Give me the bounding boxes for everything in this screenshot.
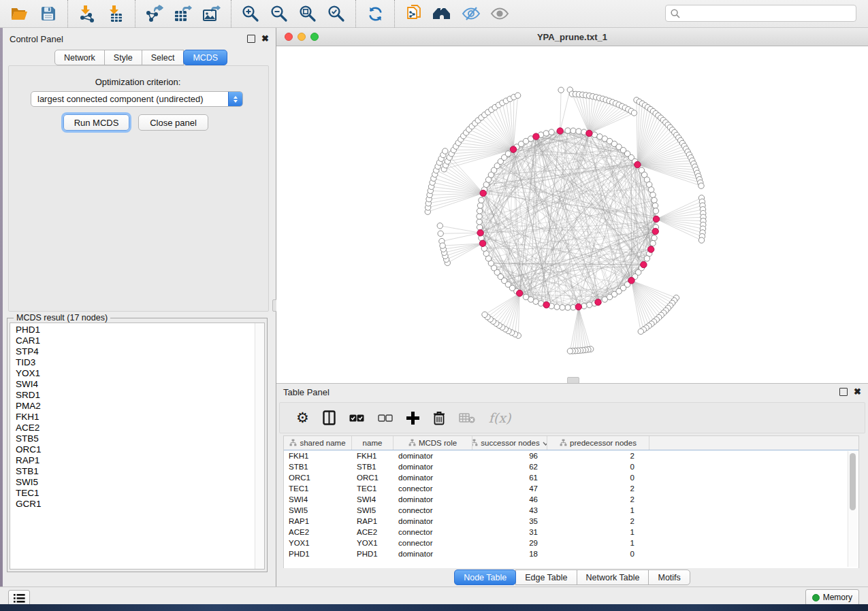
column-header-MCDS-role[interactable]: MCDS role [393,436,472,450]
table-cell[interactable]: connector [393,528,472,536]
mcds-result-item[interactable]: PHD1 [10,325,255,335]
table-cell[interactable]: dominator [393,452,472,460]
mcds-result-item[interactable]: ORC1 [10,444,255,455]
close-panel-icon[interactable]: ✖ [261,35,269,42]
table-cell[interactable]: ACE2 [352,528,393,536]
delete-table-icon[interactable] [459,408,475,428]
table-cell[interactable]: FKH1 [284,452,352,460]
table-cell[interactable]: ORC1 [284,474,352,482]
table-cell[interactable]: 62 [472,463,547,471]
table-cell[interactable]: 1 [547,528,649,536]
network-view-canvas[interactable] [276,46,868,383]
table-cell[interactable]: 47 [472,484,547,493]
export-image-icon[interactable] [199,3,224,24]
table-cell[interactable]: 35 [472,517,547,525]
mcds-result-item[interactable]: ACE2 [10,423,255,433]
table-cell[interactable]: dominator [393,463,472,471]
network-graph[interactable] [276,46,868,383]
table-cell[interactable]: 46 [472,495,547,503]
mcds-result-item[interactable]: YOX1 [10,368,255,379]
table-cell[interactable]: 0 [547,550,649,558]
table-cell[interactable]: YOX1 [352,539,393,547]
table-cell[interactable]: connector [393,484,472,493]
table-cell[interactable]: 1 [547,506,649,514]
table-cell[interactable]: dominator [393,517,472,525]
table-cell[interactable]: PHD1 [352,550,393,558]
mcds-result-item[interactable]: FKH1 [10,412,255,423]
table-cell[interactable]: connector [393,506,472,514]
show-all-eye-icon[interactable] [487,3,512,24]
tab-mcds[interactable]: MCDS [183,50,227,65]
mcds-list-scrollbar[interactable] [255,323,264,569]
tab-style[interactable]: Style [104,50,142,65]
table-cell[interactable]: STB1 [284,463,352,471]
table-row[interactable]: SWI4SWI4dominator462 [284,494,858,505]
table-scrollbar-thumb[interactable] [850,453,856,510]
mcds-result-item[interactable]: TID3 [10,357,255,368]
table-cell[interactable]: STB1 [352,463,393,471]
show-column-icon[interactable] [323,408,336,428]
add-column-icon[interactable] [406,408,419,428]
tab-network-table[interactable]: Network Table [577,569,649,585]
table-row[interactable]: ORC1ORC1dominator610 [284,472,858,483]
memory-button[interactable]: Memory [805,589,859,606]
deselect-all-icon[interactable] [378,408,393,428]
table-cell[interactable]: 43 [472,506,547,514]
table-cell[interactable]: 61 [472,474,547,482]
table-row[interactable]: ACE2ACE2connector311 [284,527,858,538]
close-panel-icon[interactable]: ✖ [854,389,861,395]
table-row[interactable]: STB1STB1dominator620 [284,461,858,472]
table-cell[interactable]: TEC1 [352,484,393,493]
table-cell[interactable]: ACE2 [284,528,352,536]
criterion-dropdown[interactable]: largest connected component (undirected) [31,91,243,107]
network-window-titlebar[interactable]: YPA_prune.txt_1 [276,28,868,46]
float-panel-icon[interactable] [247,35,255,43]
export-table-icon[interactable] [171,3,195,24]
select-all-icon[interactable] [349,408,364,428]
column-header-predecessor-nodes[interactable]: predecessor nodes [547,436,649,450]
table-cell[interactable]: ORC1 [352,474,393,482]
table-cell[interactable]: dominator [393,550,472,558]
table-cell[interactable]: 96 [472,452,547,460]
mcds-result-item[interactable]: TEC1 [10,488,255,499]
zoom-fit-icon[interactable] [295,3,320,24]
mcds-result-item[interactable]: STB1 [10,466,255,477]
run-mcds-button[interactable]: Run MCDS [63,114,129,131]
table-cell[interactable]: FKH1 [352,452,393,460]
mcds-result-item[interactable]: GCR1 [10,499,255,510]
table-cell[interactable]: 2 [547,452,649,460]
hide-selected-eye-icon[interactable] [459,3,483,24]
tab-network[interactable]: Network [54,50,105,65]
zoom-in-icon[interactable] [238,3,263,24]
table-cell[interactable]: RAP1 [352,517,393,525]
zoom-out-icon[interactable] [267,3,291,24]
import-table-icon[interactable] [103,3,128,24]
open-session-icon[interactable] [7,3,32,24]
mcds-result-item[interactable]: PMA2 [10,401,255,412]
export-network-icon[interactable] [142,3,167,24]
table-cell[interactable]: SWI5 [284,506,352,514]
tab-node-table[interactable]: Node Table [454,569,516,585]
table-cell[interactable]: 31 [472,528,547,536]
mcds-result-item[interactable]: SWI4 [10,379,255,390]
table-row[interactable]: TEC1TEC1connector472 [284,483,858,494]
tab-motifs[interactable]: Motifs [648,569,690,585]
import-network-icon[interactable] [75,3,99,24]
column-header-successor-nodes[interactable]: successor nodes [472,436,547,450]
table-cell[interactable]: SWI5 [352,506,393,514]
mcds-result-item[interactable]: SWI5 [10,477,255,488]
mcds-result-item[interactable]: RAP1 [10,455,255,466]
mcds-result-item[interactable]: STP4 [10,346,255,357]
table-scrollbar[interactable] [848,451,857,567]
table-cell[interactable]: 0 [547,463,649,471]
mcds-result-item[interactable]: CAR1 [10,335,255,346]
table-cell[interactable]: 2 [547,517,649,525]
mcds-result-item[interactable]: SRD1 [10,390,255,401]
table-row[interactable]: FKH1FKH1dominator962 [284,450,858,461]
search-input[interactable] [684,6,856,21]
table-row[interactable]: PHD1PHD1dominator180 [284,548,858,559]
column-header-shared-name[interactable]: shared name [284,436,352,450]
tab-edge-table[interactable]: Edge Table [515,569,577,585]
table-cell[interactable]: connector [393,539,472,547]
save-session-icon[interactable] [36,3,61,24]
